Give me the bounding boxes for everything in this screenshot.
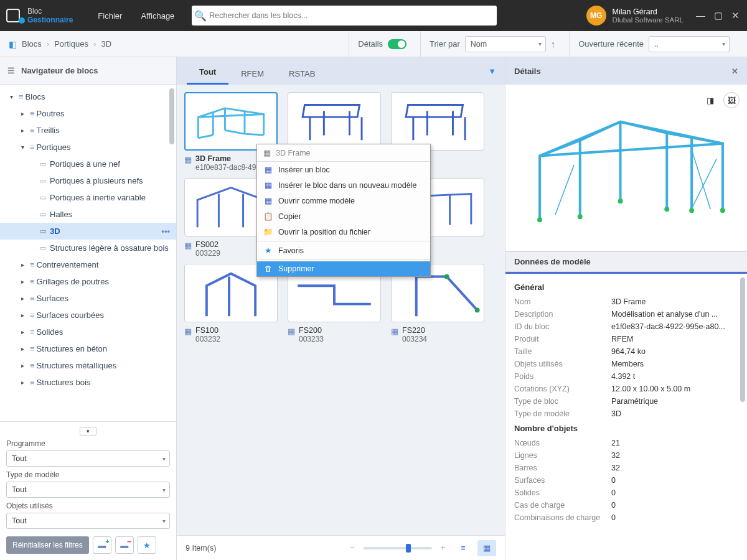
user-info: Milan Gérard Dlubal Software SARL xyxy=(613,7,684,24)
cube-icon: ◧ xyxy=(9,39,17,49)
tree-item[interactable]: ▸≡Structures bois xyxy=(0,374,176,391)
tree-item[interactable]: ▸≡Structures en béton xyxy=(0,340,176,357)
tree-item[interactable]: ▸≡Surfaces courbées xyxy=(0,307,176,324)
view-switcher: ≡ ▦ xyxy=(454,540,496,556)
window-controls: — ▢ ✕ xyxy=(696,10,740,21)
block-icon: ▦ xyxy=(391,327,398,336)
props-scrollbar[interactable] xyxy=(740,278,745,533)
tree-item[interactable]: ▸≡Solides xyxy=(0,324,176,340)
tree-leaf[interactable]: ▭Portiques à plusieurs nefs xyxy=(0,172,176,189)
iso-view-button[interactable]: ◨ xyxy=(702,92,718,108)
ctx-open-location[interactable]: 📁Ouvrir la position du fichier xyxy=(257,224,430,240)
prop-row: Cas de charge0 xyxy=(505,499,747,511)
prop-row: Surfaces0 xyxy=(505,474,747,487)
reset-filters-button[interactable]: Réinitialiser les filtres xyxy=(6,536,89,554)
zoom-in-button[interactable]: + xyxy=(441,544,445,553)
filter-remove-button[interactable]: ▬− xyxy=(115,536,134,554)
filter-modeltype-label: Type de modèle xyxy=(6,470,170,479)
filter-add-button[interactable]: ▬+ xyxy=(93,536,111,554)
tab-all[interactable]: Tout xyxy=(187,61,228,85)
close-button[interactable]: ✕ xyxy=(731,10,740,21)
svg-point-7 xyxy=(664,207,669,212)
block-icon: ▦ xyxy=(184,241,192,250)
user-block[interactable]: MG Milan Gérard Dlubal Software SARL xyxy=(586,6,684,26)
stack-icon: ☰ xyxy=(7,66,15,75)
collapse-handle[interactable]: ▾ xyxy=(80,427,96,436)
tree-leaf[interactable]: ▭Portiques à une nef xyxy=(0,156,176,172)
breadcrumb-bar: ◧ Blocs › Portiques › 3D Détails Trier p… xyxy=(0,31,747,57)
ellipsis-icon[interactable]: ••• xyxy=(161,226,170,236)
list-icon: ≡ xyxy=(461,544,465,553)
svg-point-8 xyxy=(689,208,694,213)
prop-row: Combinaisons de charge0 xyxy=(505,511,747,524)
svg-point-6 xyxy=(618,198,623,203)
recent-dropdown[interactable]: .. xyxy=(649,36,730,52)
prop-row: Poids4.392 t xyxy=(505,370,747,383)
prop-row: Type de blocParamétrique xyxy=(505,395,747,408)
details-label: Détails xyxy=(358,39,383,49)
sort-dropdown[interactable]: Nom xyxy=(465,36,546,52)
zoom-slider[interactable] xyxy=(364,547,432,549)
tree-leaf[interactable]: ▭Halles xyxy=(0,206,176,223)
filter-objects-select[interactable]: Tout xyxy=(6,513,170,529)
view-grid-button[interactable]: ▦ xyxy=(477,540,496,556)
view-list-button[interactable]: ≡ xyxy=(454,540,472,556)
block-icon: ▦ xyxy=(288,327,295,336)
funnel-icon[interactable]: ▼ xyxy=(488,67,496,76)
search-input[interactable] xyxy=(209,11,497,20)
context-menu-title: ▦3D Frame xyxy=(257,144,430,162)
crumb-blocks[interactable]: Blocs xyxy=(22,39,42,49)
main-menu: Fichier Affichage xyxy=(98,11,174,21)
close-panel-button[interactable]: ✕ xyxy=(731,67,738,76)
tree-scrollbar[interactable] xyxy=(169,88,174,406)
image-view-button[interactable]: 🖼 xyxy=(723,92,740,108)
crumb-3d[interactable]: 3D xyxy=(101,39,111,49)
tree-item-trusses[interactable]: ▸≡Treillis xyxy=(0,122,176,139)
search-box[interactable]: 🔍 xyxy=(192,6,497,26)
filter-actions: Réinitialiser les filtres ▬+ ▬− ★ xyxy=(0,533,176,560)
tree-item-frames[interactable]: ▾≡Portiques xyxy=(0,139,176,156)
zoom-out-button[interactable]: − xyxy=(350,544,354,553)
ctx-copy[interactable]: 📋Copier xyxy=(257,208,430,224)
tree-leaf-3d[interactable]: ▭3D••• xyxy=(0,223,176,240)
tree-item[interactable]: ▸≡Contreventement xyxy=(0,256,176,273)
ctx-open-as-model[interactable]: ▦Ouvrir comme modèle xyxy=(257,193,430,208)
tree-leaf[interactable]: ▭Portiques à inertie variable xyxy=(0,189,176,206)
navigator-header: ☰ Navigateur de blocs xyxy=(0,57,176,85)
tab-rfem[interactable]: RFEM xyxy=(228,63,276,85)
tree-item[interactable]: ▸≡Surfaces xyxy=(0,290,176,307)
filter-modeltype-select[interactable]: Tout xyxy=(6,482,170,498)
sort-direction-button[interactable]: ↑ xyxy=(551,39,556,49)
minimize-button[interactable]: — xyxy=(696,10,705,21)
tree-item[interactable]: ▸≡Grillages de poutres xyxy=(0,273,176,290)
tree-leaf[interactable]: ▭Structures légère à ossature bois xyxy=(0,240,176,256)
block-tree[interactable]: ▾≡Blocs ▸≡Poutres ▸≡Treillis ▾≡Portiques… xyxy=(0,85,176,421)
ctx-favorite[interactable]: ★Favoris xyxy=(257,243,430,258)
tab-rstab[interactable]: RSTAB xyxy=(276,63,327,85)
preview-3d[interactable]: ◨ 🖼 xyxy=(505,85,747,251)
details-toggle[interactable] xyxy=(388,39,406,49)
group-object-count: Nombre d'objets xyxy=(505,420,747,437)
prop-row: Barres32 xyxy=(505,462,747,474)
prop-row: Nom3D Frame xyxy=(505,296,747,308)
details-toggle-group: Détails xyxy=(349,31,415,57)
maximize-button[interactable]: ▢ xyxy=(714,10,723,21)
prop-row: Objets utilisésMembers xyxy=(505,358,747,370)
ctx-insert-block[interactable]: ▦Insérer un bloc xyxy=(257,162,430,177)
menu-view[interactable]: Affichage xyxy=(141,11,174,21)
crumb-frames[interactable]: Portiques xyxy=(54,39,88,49)
menu-file[interactable]: Fichier xyxy=(98,11,122,21)
filter-program-label: Programme xyxy=(6,439,170,448)
tree-item-beams[interactable]: ▸≡Poutres xyxy=(0,105,176,122)
filter-program-select[interactable]: Tout xyxy=(6,450,170,467)
prop-row: Type de modèle3D xyxy=(505,408,747,420)
ctx-insert-new-model[interactable]: ▦Insérer le bloc dans un nouveau modèle xyxy=(257,177,430,193)
block-icon: ▦ xyxy=(184,327,192,336)
tree-root[interactable]: ▾≡Blocs xyxy=(0,88,176,105)
sort-label: Trier par xyxy=(430,39,460,49)
app-logo xyxy=(5,6,24,25)
ctx-delete[interactable]: 🗑Supprimer xyxy=(257,261,430,276)
svg-point-5 xyxy=(578,214,583,219)
tree-item[interactable]: ▸≡Structures métalliques xyxy=(0,357,176,374)
favorite-button[interactable]: ★ xyxy=(138,536,156,554)
